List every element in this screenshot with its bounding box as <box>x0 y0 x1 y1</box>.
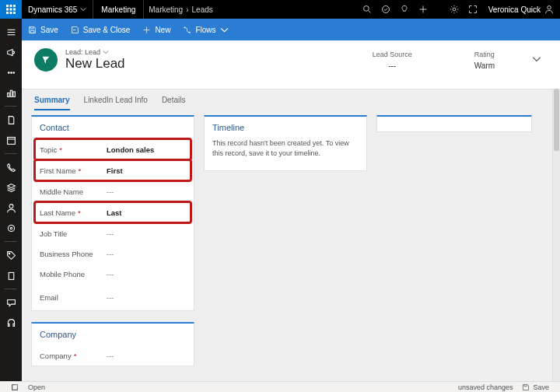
breadcrumb-entity[interactable]: Leads <box>192 5 213 14</box>
status-popout[interactable] <box>6 383 23 391</box>
lastname-label: Last Name <box>40 208 75 217</box>
save-close-icon <box>71 26 79 34</box>
add-button[interactable] <box>414 0 432 19</box>
nav-chart[interactable] <box>0 82 22 103</box>
nav-person[interactable] <box>0 198 22 218</box>
svg-rect-6 <box>6 12 9 14</box>
svg-rect-8 <box>13 12 16 14</box>
chevron-down-icon <box>220 26 229 34</box>
nav-layers[interactable] <box>0 177 22 198</box>
lastname-value: Last <box>107 208 122 217</box>
header-expand-button[interactable] <box>526 53 548 67</box>
svg-point-35 <box>9 253 10 254</box>
chevron-down-icon <box>103 49 109 55</box>
flows-label: Flows <box>195 26 215 34</box>
record-icon <box>34 48 58 72</box>
status-open[interactable]: Open <box>23 383 50 391</box>
svg-point-20 <box>189 31 191 33</box>
calendar-icon <box>6 135 16 145</box>
email-value: --- <box>107 293 114 302</box>
nav-announce[interactable] <box>0 42 22 62</box>
middlename-label: Middle Name <box>40 187 83 196</box>
svg-rect-0 <box>6 5 9 7</box>
scroll-thumb[interactable] <box>554 89 559 151</box>
command-bar: Save Save & Close New Flows <box>0 19 560 40</box>
megaphone-icon <box>6 47 16 58</box>
record-type-dropdown[interactable]: Lead: Lead <box>65 48 125 56</box>
svg-point-32 <box>9 204 13 208</box>
field-topic[interactable]: Topic* London sales <box>35 139 191 159</box>
nav-tag[interactable] <box>0 245 22 265</box>
chevron-down-icon <box>532 54 541 64</box>
contact-heading: Contact <box>32 117 194 138</box>
tab-details[interactable]: Details <box>162 96 186 110</box>
settings-button[interactable] <box>445 0 464 19</box>
svg-rect-36 <box>9 272 14 279</box>
svg-rect-28 <box>10 90 12 96</box>
field-bphone[interactable]: Business Phone --- <box>32 243 194 264</box>
field-email[interactable]: Email --- <box>32 284 194 310</box>
field-middlename[interactable]: Middle Name --- <box>32 181 194 201</box>
svg-rect-1 <box>10 5 12 7</box>
company-label: Company <box>40 352 72 360</box>
meta-leadsource[interactable]: Lead Source --- <box>373 51 412 70</box>
tab-summary[interactable]: Summary <box>34 96 70 110</box>
field-jobtitle[interactable]: Job Title --- <box>32 223 194 243</box>
nav-calendar[interactable] <box>0 130 22 150</box>
svg-rect-3 <box>6 9 9 11</box>
phone-icon <box>6 163 16 173</box>
svg-point-25 <box>10 72 12 73</box>
nav-pinned[interactable] <box>0 218 22 238</box>
search-button[interactable] <box>358 0 376 19</box>
task-button[interactable] <box>376 0 395 19</box>
company-card: Company Company* --- <box>31 322 194 366</box>
flows-button[interactable]: Flows <box>177 19 234 40</box>
nav-phone[interactable] <box>0 157 22 177</box>
vertical-scrollbar[interactable] <box>552 89 560 381</box>
tab-linkedin[interactable]: LinkedIn Lead Info <box>84 96 148 110</box>
save-button[interactable]: Save <box>22 19 65 40</box>
nav-separator <box>5 241 17 242</box>
field-lastname[interactable]: Last Name* Last <box>35 202 191 222</box>
save-close-button[interactable]: Save & Close <box>65 19 137 40</box>
hamburger-icon <box>6 27 16 37</box>
user-menu[interactable]: Veronica Quick <box>482 5 560 14</box>
svg-rect-4 <box>10 9 12 11</box>
breadcrumb-area[interactable]: Marketing <box>149 5 183 14</box>
nav-separator <box>5 106 17 107</box>
nav-menu-button[interactable] <box>0 22 22 42</box>
expand-button[interactable] <box>464 0 482 19</box>
nav-doc[interactable] <box>0 110 22 130</box>
chat-icon <box>6 298 16 308</box>
meta-label: Rating <box>474 51 495 58</box>
jobtitle-label: Job Title <box>40 229 67 238</box>
nav-chat[interactable] <box>0 292 22 313</box>
assist-button[interactable] <box>395 0 414 19</box>
app-name[interactable]: Marketing <box>93 5 143 14</box>
nav-headset[interactable] <box>0 313 22 333</box>
breadcrumb: Marketing › Leads <box>144 5 218 14</box>
svg-point-19 <box>184 26 186 28</box>
nav-more[interactable] <box>0 62 22 82</box>
field-firstname[interactable]: First Name* First <box>35 160 191 180</box>
nav-building[interactable] <box>0 265 22 285</box>
plus-icon <box>418 5 428 14</box>
clipboard-icon <box>381 5 390 14</box>
mphone-value: --- <box>107 270 114 278</box>
status-unsaved: unsaved changes <box>453 383 518 391</box>
ellipsis-icon <box>6 68 16 78</box>
timeline-message: This record hasn't been created yet. To … <box>205 138 366 166</box>
status-save-button[interactable]: Save <box>517 383 554 391</box>
meta-value: Warm <box>474 61 495 70</box>
related-card <box>376 115 532 132</box>
app-launcher-button[interactable] <box>0 0 22 19</box>
svg-line-10 <box>368 11 370 13</box>
field-company[interactable]: Company* --- <box>32 345 194 366</box>
meta-rating[interactable]: Rating Warm <box>474 51 495 70</box>
brand-dropdown[interactable]: Dynamics 365 <box>22 5 93 14</box>
field-mphone[interactable]: Mobile Phone --- <box>32 264 194 284</box>
mphone-label: Mobile Phone <box>40 270 85 278</box>
meta-label: Lead Source <box>373 51 412 58</box>
nav-separator <box>5 153 17 154</box>
new-button[interactable]: New <box>136 19 177 40</box>
